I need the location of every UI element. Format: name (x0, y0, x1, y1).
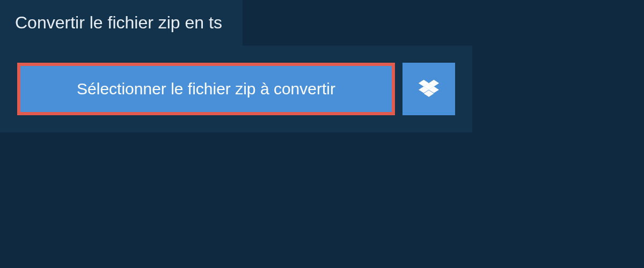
select-file-button[interactable]: Sélectionner le fichier zip à convertir (17, 63, 395, 115)
upload-panel: Sélectionner le fichier zip à convertir (0, 46, 472, 132)
select-file-label: Sélectionner le fichier zip à convertir (77, 80, 335, 98)
dropbox-button[interactable] (402, 63, 455, 115)
button-row: Sélectionner le fichier zip à convertir (17, 63, 455, 115)
page-title: Convertir le fichier zip en ts (15, 13, 222, 32)
dropbox-icon (419, 80, 439, 98)
page-title-tab: Convertir le fichier zip en ts (0, 0, 243, 46)
